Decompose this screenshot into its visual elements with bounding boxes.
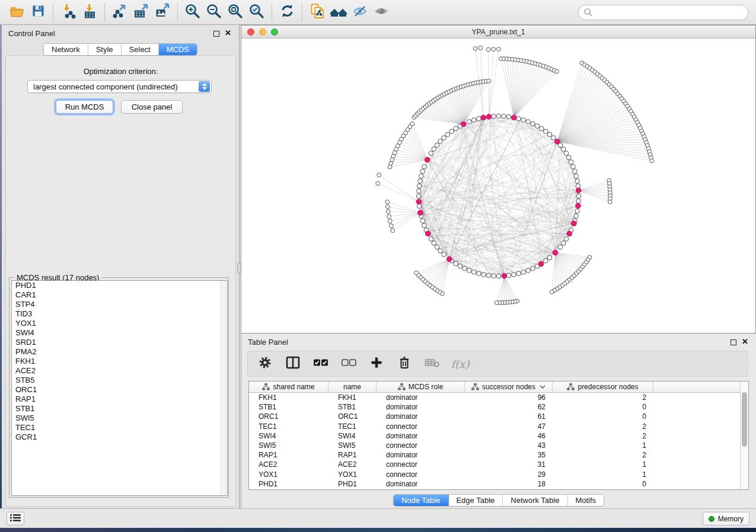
- graph-node[interactable]: [531, 266, 535, 271]
- zoom-out-button[interactable]: [203, 2, 225, 23]
- graph-node[interactable]: [550, 290, 554, 294]
- mcds-result-item[interactable]: YOX1: [12, 319, 227, 328]
- graph-node[interactable]: [438, 249, 443, 254]
- graph-node[interactable]: [492, 47, 496, 52]
- graph-node[interactable]: [574, 214, 579, 219]
- mcds-result-item[interactable]: TEC1: [12, 423, 227, 432]
- import-network-button[interactable]: [58, 2, 79, 23]
- save-session-button[interactable]: [27, 2, 49, 23]
- graph-node[interactable]: [416, 189, 421, 194]
- graph-node[interactable]: [416, 194, 421, 198]
- graph-node[interactable]: [547, 132, 552, 137]
- graph-node[interactable]: [442, 252, 446, 257]
- graph-node[interactable]: [477, 271, 481, 276]
- export-network-button[interactable]: [109, 2, 130, 23]
- graph-node[interactable]: [385, 200, 390, 204]
- add-column-button[interactable]: [368, 355, 385, 373]
- tab-style[interactable]: Style: [88, 44, 122, 55]
- column-header-shared-name[interactable]: shared name: [249, 382, 328, 392]
- graph-node[interactable]: [471, 118, 476, 123]
- graph-node[interactable]: [492, 274, 496, 278]
- table-row[interactable]: STB1STB1dominator620: [249, 402, 741, 412]
- export-table-button[interactable]: [130, 2, 152, 23]
- run-mcds-button[interactable]: Run MCDS: [56, 100, 113, 114]
- graph-node[interactable]: [544, 258, 548, 263]
- graph-node[interactable]: [561, 147, 566, 152]
- float-panel-icon[interactable]: [213, 31, 219, 37]
- zoom-selected-button[interactable]: [246, 2, 267, 23]
- tab-select[interactable]: Select: [122, 44, 159, 55]
- graph-node[interactable]: [576, 184, 580, 188]
- mcds-node[interactable]: [511, 115, 516, 120]
- split-view-button[interactable]: [284, 355, 302, 373]
- table-row[interactable]: SWI4SWI4dominator462: [249, 431, 741, 441]
- table-row[interactable]: ORC1ORC1dominator610: [249, 412, 741, 421]
- graph-node[interactable]: [492, 114, 496, 118]
- mcds-node[interactable]: [576, 188, 581, 193]
- mcds-node[interactable]: [553, 250, 558, 255]
- graph-node[interactable]: [473, 47, 477, 51]
- graph-node[interactable]: [417, 204, 422, 209]
- graph-node[interactable]: [650, 159, 654, 163]
- graph-node[interactable]: [442, 136, 446, 140]
- tab-network-table[interactable]: Network Table: [503, 495, 567, 506]
- graph-node[interactable]: [420, 219, 425, 223]
- graph-node[interactable]: [481, 273, 486, 277]
- hide-graphics-details-button[interactable]: [349, 2, 371, 23]
- graph-node[interactable]: [479, 46, 483, 50]
- table-row[interactable]: PHD1PHD1dominator180: [249, 479, 741, 489]
- mcds-result-item[interactable]: STP4: [12, 300, 227, 309]
- optimization-criterion-select[interactable]: largest connected component (undirected): [27, 80, 212, 93]
- clone-network-button[interactable]: [307, 2, 328, 23]
- graph-node[interactable]: [575, 179, 580, 184]
- tab-node-table[interactable]: Node Table: [394, 495, 449, 506]
- graph-node[interactable]: [414, 271, 419, 275]
- close-panel-button[interactable]: Close panel: [121, 100, 183, 114]
- tab-edge-table[interactable]: Edge Table: [448, 495, 503, 506]
- graph-node[interactable]: [487, 79, 491, 83]
- graph-node[interactable]: [608, 200, 612, 204]
- graph-node[interactable]: [467, 120, 472, 124]
- graph-node[interactable]: [449, 129, 454, 134]
- graph-node[interactable]: [573, 169, 578, 174]
- mcds-result-item[interactable]: GCR1: [12, 432, 227, 442]
- column-header-successor-nodes[interactable]: successor nodes: [465, 382, 553, 392]
- graph-node[interactable]: [438, 139, 443, 144]
- mcds-result-item[interactable]: TID3: [12, 309, 227, 319]
- graph-node[interactable]: [410, 121, 414, 126]
- graph-node[interactable]: [435, 143, 439, 148]
- mcds-node[interactable]: [425, 157, 430, 162]
- graph-node[interactable]: [567, 155, 572, 160]
- graph-node[interactable]: [502, 114, 506, 118]
- graph-node[interactable]: [569, 160, 573, 165]
- graph-node[interactable]: [535, 124, 540, 129]
- graph-node[interactable]: [471, 270, 476, 275]
- mcds-node[interactable]: [554, 139, 560, 145]
- column-header-name[interactable]: name: [328, 382, 377, 392]
- graph-node[interactable]: [422, 165, 427, 169]
- mcds-node[interactable]: [486, 114, 492, 120]
- table-row[interactable]: FKH1FKH1dominator962: [249, 393, 741, 402]
- graph-node[interactable]: [377, 173, 381, 177]
- graph-node[interactable]: [458, 264, 462, 269]
- graph-node[interactable]: [526, 268, 531, 273]
- graph-node[interactable]: [551, 136, 556, 140]
- graph-node[interactable]: [386, 210, 390, 214]
- graph-node[interactable]: [387, 214, 391, 219]
- graph-node[interactable]: [496, 114, 501, 118]
- graph-node[interactable]: [496, 274, 501, 278]
- graph-node[interactable]: [576, 199, 581, 204]
- graph-node[interactable]: [462, 266, 467, 271]
- table-row[interactable]: ACE2ACE2connector311: [249, 460, 741, 469]
- graph-node[interactable]: [540, 126, 544, 131]
- graph-node[interactable]: [435, 245, 439, 249]
- table-row[interactable]: YOX1YOX1connector291: [249, 470, 741, 479]
- graph-node[interactable]: [576, 194, 581, 198]
- graph-node[interactable]: [555, 69, 559, 73]
- mcds-result-list[interactable]: PHD1CAR1STP4TID3YOX1SWI4SRD1PMA2FKH1ACE2…: [11, 280, 228, 496]
- table-row[interactable]: SWI5SWI5connector431: [249, 441, 741, 450]
- memory-button[interactable]: Memory: [703, 512, 749, 525]
- graph-node[interactable]: [432, 241, 436, 246]
- mcds-node[interactable]: [576, 203, 581, 209]
- graph-node[interactable]: [516, 116, 521, 121]
